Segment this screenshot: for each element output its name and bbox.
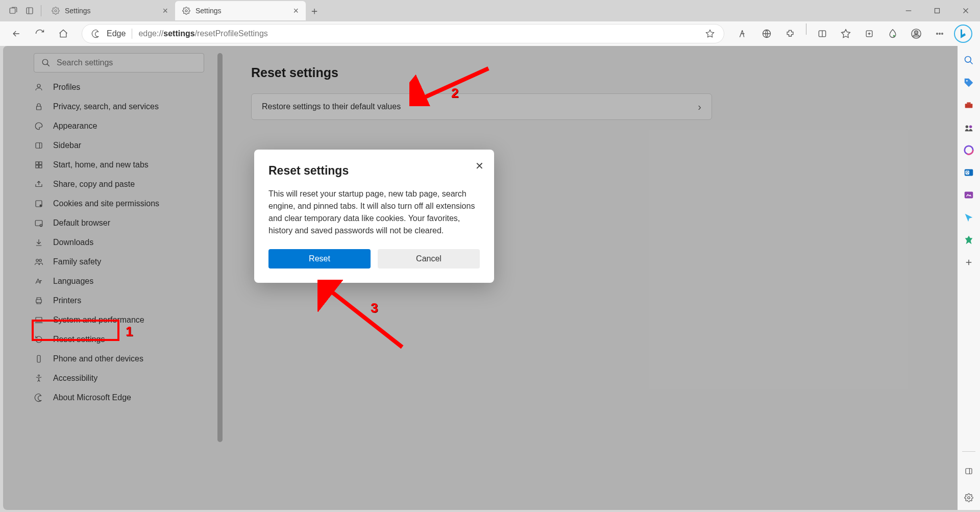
- svg-point-31: [38, 375, 40, 376]
- new-tab-button[interactable]: ＋: [306, 2, 323, 19]
- cookie-icon: [34, 199, 44, 208]
- tab-label: Settings: [65, 7, 91, 15]
- sidebar-item-sidebar[interactable]: Sidebar: [34, 136, 223, 155]
- sidebar-item-about[interactable]: About Microsoft Edge: [34, 388, 223, 407]
- search-icon[interactable]: [963, 54, 975, 66]
- browser-icon: [34, 218, 44, 228]
- annotation-arrow-3: [317, 280, 405, 351]
- sidebar-item-accessibility[interactable]: Accessibility: [34, 369, 223, 388]
- tab-actions-icon[interactable]: [5, 3, 21, 19]
- panel-icon: [34, 141, 44, 150]
- sidebar-item-share[interactable]: Share, copy and paste: [34, 175, 223, 194]
- sidebar-item-start[interactable]: Start, home, and new tabs: [34, 155, 223, 175]
- search-settings[interactable]: [34, 53, 204, 72]
- read-aloud-icon[interactable]: [732, 23, 754, 44]
- favorites-icon[interactable]: [835, 23, 856, 44]
- tab-settings-active[interactable]: Settings ×: [175, 1, 306, 20]
- lock-icon: [34, 102, 44, 111]
- efficiency-icon[interactable]: [963, 234, 975, 246]
- download-icon: [34, 238, 44, 247]
- favorite-star-icon[interactable]: [705, 29, 715, 38]
- cancel-button[interactable]: Cancel: [378, 249, 480, 269]
- svg-rect-43: [966, 469, 972, 474]
- dialog-close-button[interactable]: ✕: [475, 160, 484, 172]
- sidebar-item-default-browser[interactable]: Default browser: [34, 213, 223, 233]
- sidebar-item-appearance[interactable]: Appearance: [34, 116, 223, 136]
- search-icon: [41, 58, 51, 67]
- svg-point-27: [39, 259, 42, 262]
- svg-rect-19: [39, 162, 42, 164]
- close-icon[interactable]: ×: [293, 6, 299, 16]
- reset-button[interactable]: Reset: [268, 249, 371, 269]
- gear-icon: [52, 7, 60, 15]
- edge-icon: [34, 393, 44, 402]
- tab-settings-inactive[interactable]: Settings ×: [44, 1, 175, 20]
- collections-icon[interactable]: [859, 23, 880, 44]
- people-icon: [34, 257, 44, 266]
- reset-settings-dialog: ✕ Reset settings This will reset your st…: [254, 150, 494, 283]
- svg-point-35: [966, 125, 969, 128]
- close-icon[interactable]: ×: [162, 6, 168, 16]
- annotation-number-2: 2: [451, 85, 458, 101]
- separator: [806, 23, 806, 35]
- svg-rect-0: [10, 8, 15, 14]
- svg-rect-16: [37, 106, 41, 110]
- sidebar-item-cookies[interactable]: Cookies and site permissions: [34, 194, 223, 213]
- minimize-button[interactable]: [894, 0, 923, 21]
- svg-rect-20: [36, 165, 38, 168]
- palette-icon: [34, 121, 44, 131]
- accessibility-icon: [34, 374, 44, 383]
- add-icon[interactable]: [963, 256, 975, 269]
- outlook-icon[interactable]: O: [963, 166, 975, 179]
- dialog-title: Reset settings: [268, 164, 480, 178]
- separator: [41, 5, 41, 16]
- tools-icon[interactable]: [963, 99, 975, 111]
- svg-rect-18: [36, 162, 38, 164]
- sidebar-item-privacy[interactable]: Privacy, search, and services: [34, 97, 223, 116]
- edge-logo-icon: [91, 29, 101, 38]
- web-icon[interactable]: [756, 23, 777, 44]
- sidebar-item-profiles[interactable]: Profiles: [34, 78, 223, 97]
- svg-rect-21: [39, 165, 42, 168]
- right-sidebar-rail: O: [958, 46, 980, 510]
- card-label: Restore settings to their default values: [262, 102, 401, 111]
- performance-icon[interactable]: [882, 23, 903, 44]
- close-window-button[interactable]: [951, 0, 980, 21]
- annotation-number-1: 1: [126, 324, 133, 339]
- dialog-body: This will reset your startup page, new t…: [268, 188, 480, 237]
- grid-icon: [34, 160, 44, 169]
- sidebar-item-phone[interactable]: Phone and other devices: [34, 349, 223, 369]
- svg-point-15: [37, 84, 40, 87]
- sidebar-item-printers[interactable]: Printers: [34, 291, 223, 310]
- m365-icon[interactable]: [963, 144, 975, 156]
- more-menu-icon[interactable]: [929, 23, 950, 44]
- svg-point-11: [937, 33, 938, 35]
- sidebar-item-family[interactable]: Family safety: [34, 252, 223, 272]
- games-icon[interactable]: [963, 121, 975, 134]
- svg-point-23: [40, 205, 42, 207]
- refresh-button[interactable]: [30, 23, 50, 44]
- maximize-button[interactable]: [923, 0, 951, 21]
- vertical-tabs-icon[interactable]: [21, 3, 38, 19]
- back-button[interactable]: [6, 23, 27, 44]
- svg-point-8: [893, 35, 895, 37]
- settings-gear-icon[interactable]: [963, 492, 975, 504]
- tab-label: Settings: [195, 7, 222, 15]
- search-input[interactable]: [57, 58, 197, 67]
- address-bar[interactable]: Edge edge://settings/resetProfileSetting…: [82, 24, 724, 43]
- svg-point-36: [969, 125, 972, 128]
- split-screen-icon[interactable]: [812, 23, 833, 44]
- shopping-tag-icon[interactable]: [963, 77, 975, 89]
- hide-sidebar-icon[interactable]: [963, 465, 975, 477]
- svg-rect-4: [935, 9, 940, 13]
- image-creator-icon[interactable]: [963, 189, 975, 201]
- home-button[interactable]: [53, 23, 74, 44]
- sidebar-item-languages[interactable]: Languages: [34, 272, 223, 291]
- chevron-right-icon: ›: [698, 101, 701, 113]
- drop-icon[interactable]: [963, 211, 975, 224]
- bing-chat-icon[interactable]: [952, 23, 974, 44]
- sidebar-item-downloads[interactable]: Downloads: [34, 233, 223, 252]
- scrollbar[interactable]: [217, 53, 223, 442]
- extensions-icon[interactable]: [779, 23, 801, 44]
- profile-icon[interactable]: [905, 23, 927, 44]
